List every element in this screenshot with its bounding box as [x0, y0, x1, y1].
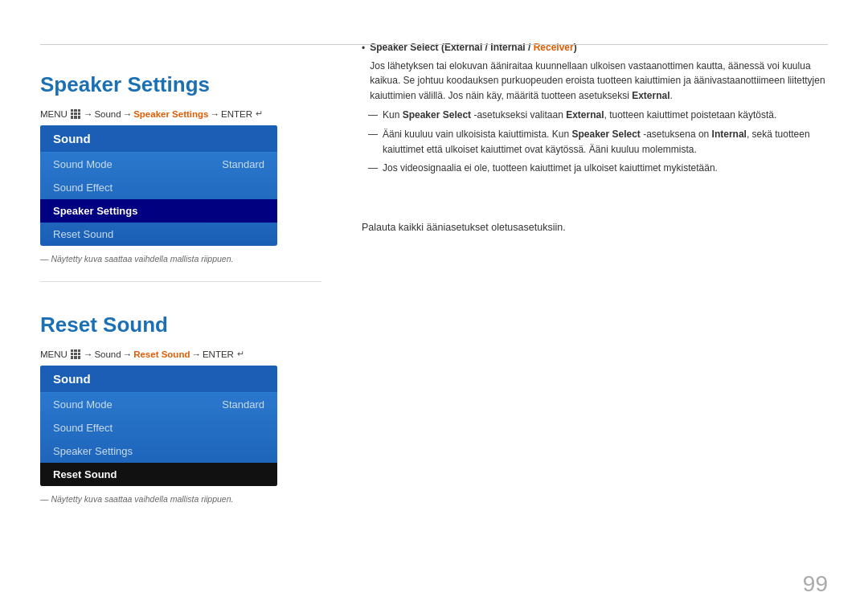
sound-mode-label-2: Sound Mode: [53, 398, 113, 411]
right-column: • Speaker Select (External / Internal / …: [346, 32, 828, 589]
menu-item-reset-sound-active: Reset Sound: [40, 463, 277, 486]
menu-label: MENU: [40, 109, 68, 119]
menu-grid-icon: [71, 109, 80, 119]
dash-item-3: — Jos videosignaalia ei ole, tuotteen ka…: [368, 161, 828, 176]
speaker-settings-menu-path: MENU → Sound → Speaker Settings → ENTER …: [40, 108, 321, 119]
speaker-settings-description: • Speaker Select (External / Internal / …: [362, 40, 828, 176]
left-column: Speaker Settings MENU → Sound → Speaker …: [40, 32, 346, 589]
sound-mode-label-1: Sound Mode: [53, 158, 113, 170]
arrow1: →: [84, 109, 93, 119]
menu-item-sound-effect-1: Sound Effect: [40, 176, 277, 199]
dash-item-2: — Ääni kuuluu vain ulkoisista kaiuttimis…: [368, 127, 828, 157]
sound-link-1: Sound: [94, 109, 121, 119]
menu-item-reset-sound-1: Reset Sound: [40, 223, 277, 246]
menu-item-speaker-settings-2: Speaker Settings: [40, 439, 277, 463]
reset-sound-label-active: Reset Sound: [53, 468, 117, 480]
reset-sound-note: Näytetty kuva saattaa vaihdella mallista…: [40, 494, 321, 504]
enter-icon-2: ↵: [237, 349, 244, 359]
arrow4: →: [84, 349, 93, 359]
dash-mark-2: —: [368, 127, 378, 157]
arrow2: →: [123, 109, 133, 119]
top-divider: [40, 44, 828, 45]
enter-label-1: ENTER: [221, 109, 252, 119]
enter-label-2: ENTER: [203, 349, 234, 359]
bullet-content: Speaker Select (External / Internal / Re…: [370, 40, 828, 103]
reset-sound-title: Reset Sound: [40, 313, 321, 337]
sound-menu-header-2: Sound: [40, 366, 277, 393]
sound-link-2: Sound: [94, 349, 121, 359]
dash-mark-3: —: [368, 161, 378, 176]
arrow3: →: [210, 109, 219, 119]
speaker-desc-text: Jos lähetyksen tai elokuvan ääniraitaa k…: [370, 59, 828, 104]
speaker-settings-link: Speaker Settings: [133, 109, 208, 119]
reset-sound-description: Palauta kaikki ääniasetukset oletusasetu…: [362, 220, 828, 235]
dash-item-1: — Kun Speaker Select -asetukseksi valita…: [368, 108, 828, 123]
reset-sound-link: Reset Sound: [133, 349, 190, 359]
menu-item-sound-mode-2: Sound Mode Standard: [40, 393, 277, 416]
menu-item-sound-mode-1: Sound Mode Standard: [40, 153, 277, 176]
speaker-settings-menu: Sound Sound Mode Standard Sound Effect S…: [40, 125, 277, 246]
reset-sound-menu-path: MENU → Sound → Reset Sound → ENTER ↵: [40, 349, 321, 359]
menu-label-2: MENU: [40, 349, 68, 359]
menu-item-speaker-settings: Speaker Settings: [40, 199, 277, 223]
speaker-select-title: Speaker Select (External / Internal / Re…: [370, 40, 828, 55]
speaker-settings-label: Speaker Settings: [53, 205, 138, 217]
enter-icon-1: ↵: [256, 108, 263, 119]
speaker-settings-label-2: Speaker Settings: [53, 445, 133, 457]
bullet-dot: •: [362, 41, 365, 103]
sound-effect-label-1: Sound Effect: [53, 182, 113, 194]
sound-menu-header-1: Sound: [40, 125, 277, 153]
dash-text-1: Kun Speaker Select -asetukseksi valitaan…: [383, 108, 776, 123]
arrow5: →: [123, 349, 133, 359]
menu-grid-icon-2: [71, 349, 80, 359]
sound-mode-value-1: Standard: [222, 158, 264, 170]
reset-desc-text: Palauta kaikki ääniasetukset oletusasetu…: [362, 220, 828, 235]
speaker-settings-note: Näytetty kuva saattaa vaihdella mallista…: [40, 254, 321, 264]
reset-sound-label-1: Reset Sound: [53, 228, 113, 240]
arrow6: →: [191, 349, 201, 359]
speaker-select-bullet: • Speaker Select (External / Internal / …: [362, 40, 828, 103]
external-bold: External: [632, 90, 669, 101]
dash-mark-1: —: [368, 108, 378, 123]
sound-mode-value-2: Standard: [222, 398, 264, 411]
dash-text-3: Jos videosignaalia ei ole, tuotteen kaiu…: [383, 161, 718, 176]
dash-text-2: Ääni kuuluu vain ulkoisista kaiuttimista…: [383, 127, 828, 157]
sound-effect-label-2: Sound Effect: [53, 422, 113, 434]
menu-item-sound-effect-2: Sound Effect: [40, 416, 277, 439]
reset-sound-menu: Sound Sound Mode Standard Sound Effect S…: [40, 366, 277, 486]
page-number: 99: [803, 571, 828, 597]
speaker-settings-title: Speaker Settings: [40, 72, 321, 97]
